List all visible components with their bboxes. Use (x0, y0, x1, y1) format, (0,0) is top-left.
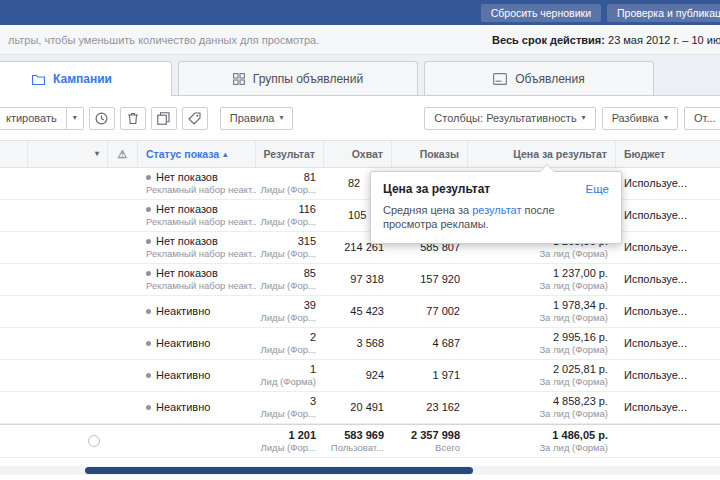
status-header-label: Статус показа (146, 148, 219, 160)
date-range-selector[interactable]: Весь срок действия: 23 мая 2012 г. – 10 … (492, 34, 720, 46)
horizontal-scrollbar-thumb[interactable] (85, 467, 473, 474)
budget-value: Используе... (624, 241, 712, 254)
tab-campaigns[interactable]: Кампании (0, 61, 172, 96)
date-range-value: 23 мая 2012 г. – 10 июля 2... (605, 34, 720, 46)
filter-hint-text: льтры, чтобы уменьшить количество данных… (8, 34, 319, 46)
budget-value: Используе... (624, 305, 712, 318)
cpr-value: 4 858,23 р. (553, 395, 608, 408)
reach-value: 924 (366, 369, 384, 382)
result-subtext: Лиды (Фор... (261, 280, 316, 292)
tab-campaigns-label: Кампании (53, 72, 112, 86)
reach-value: 105 (348, 209, 366, 222)
reach-column-header[interactable]: Охват (324, 141, 392, 167)
tooltip-more-link[interactable]: Еще (586, 183, 609, 195)
result-subtext: Лиды (Фор... (261, 312, 316, 324)
table-row[interactable]: Неактивно 3 Лиды (Фор... 20 491 23 162 4… (0, 392, 720, 424)
sort-ascending-icon: ▴ (223, 150, 227, 159)
horizontal-scrollbar[interactable] (0, 466, 720, 475)
table-row[interactable]: Неактивно 2 Лиды (Фор... 3 568 4 687 2 9… (0, 328, 720, 360)
status-text: Неактивно (156, 305, 210, 318)
status-subtext: Рекламный набор неакт... (146, 248, 248, 260)
reach-value: 97 318 (350, 273, 384, 286)
tab-ads[interactable]: Объявления (424, 61, 654, 95)
result-value: 116 (298, 203, 316, 216)
cpr-subtext: За лид (Форма) (539, 312, 608, 324)
trash-icon (127, 112, 139, 125)
status-text: Нет показов (156, 171, 218, 184)
reach-value: 82 (348, 177, 360, 190)
impressions-value: 77 002 (426, 305, 460, 318)
status-dot-icon (146, 309, 151, 314)
budget-value: Используе... (624, 209, 712, 222)
review-publish-button[interactable]: Проверка и публикац... (607, 4, 720, 22)
result-subtext: Лиды (Фор... (261, 184, 316, 196)
table-row[interactable]: Неактивно 1 Лид (Форма) 924 1 971 2 025,… (0, 360, 720, 392)
status-subtext: Рекламный набор неакт... (146, 216, 248, 228)
table-row[interactable]: Нет показов Рекламный набор неакт... 85 … (0, 264, 720, 296)
status-text: Нет показов (156, 203, 218, 216)
ads-card-icon (493, 73, 507, 85)
edit-dropdown-button[interactable]: ▾ (67, 107, 84, 130)
tab-bar: Кампании Группы объявлений Объявления (0, 55, 720, 96)
tab-adsets[interactable]: Группы объявлений (178, 61, 418, 95)
columns-button[interactable]: Столбцы: Результативность▾ (424, 107, 595, 130)
tooltip-text: Средняя цена за (383, 204, 472, 216)
name-column-header[interactable]: ▾ (28, 141, 108, 167)
cpr-subtext: За лид (Форма) (539, 248, 608, 260)
export-button[interactable]: От... (684, 107, 720, 130)
adsets-grid-icon (233, 73, 245, 85)
result-value: 85 (304, 267, 316, 280)
delete-button[interactable] (120, 107, 146, 130)
alerts-column-header[interactable]: ⚠ (108, 141, 138, 167)
budget-column-header[interactable]: Бюджет (616, 141, 720, 167)
summary-result-value: 1 201 (288, 429, 316, 442)
tooltip-body: Средняя цена за результат после просмотр… (383, 203, 609, 231)
status-column-header[interactable]: Статус показа▴ (138, 141, 256, 167)
status-subtext: Рекламный набор неакт... (146, 280, 248, 292)
tag-button[interactable] (182, 107, 208, 130)
duplicate-button[interactable] (151, 107, 177, 130)
summary-impressions-value: 2 357 998 (411, 429, 460, 442)
clock-icon (95, 112, 108, 125)
result-value: 81 (304, 171, 316, 184)
summary-cpr-subtext: За лид (Форма) (539, 442, 608, 454)
status-text: Неактивно (156, 337, 210, 350)
edit-button[interactable]: ктировать (0, 107, 67, 130)
impressions-column-header[interactable]: Показы (392, 141, 468, 167)
reach-value: 45 423 (350, 305, 384, 318)
rules-button[interactable]: Правила▾ (220, 107, 294, 130)
summary-impressions-subtext: Всего (435, 442, 460, 454)
budget-value: Используе... (624, 337, 712, 350)
cpr-value: 2 025,81 р. (553, 363, 608, 376)
cpr-subtext: За лид (Форма) (539, 280, 608, 292)
status-dot-icon (146, 207, 151, 212)
campaigns-folder-icon (32, 74, 45, 85)
result-subtext: Лиды (Фор... (261, 248, 316, 260)
result-value: 3 (310, 395, 316, 408)
status-text: Неактивно (156, 401, 210, 414)
table-row[interactable]: Неактивно 39 Лиды (Фор... 45 423 77 002 … (0, 296, 720, 328)
status-dot-icon (146, 405, 151, 410)
edit-split-button: ктировать ▾ (0, 107, 84, 130)
history-button[interactable] (89, 107, 115, 130)
result-value: 39 (304, 299, 316, 312)
reset-drafts-button[interactable]: Сбросить черновики (481, 4, 601, 22)
table-header: ▾ ⚠ Статус показа▴ Результат Охват Показ… (0, 140, 720, 168)
result-subtext: Лиды (Фор... (261, 344, 316, 356)
tooltip-result-link[interactable]: результат (472, 204, 521, 216)
chevron-down-icon: ▾ (73, 114, 77, 122)
columns-label: Столбцы: Результативность (434, 112, 576, 124)
tab-ads-label: Объявления (515, 72, 584, 86)
toolbar-right-group: Столбцы: Результативность▾ Разбивка▾ От.… (418, 107, 712, 130)
budget-value: Используе... (624, 273, 712, 286)
ads-manager-screen: Сбросить черновики Проверка и публикац..… (0, 0, 720, 480)
summary-result-subtext: Лиды (Фор... (261, 442, 316, 454)
cpr-value: 1 237,00 р. (553, 267, 608, 280)
impressions-value: 157 920 (420, 273, 460, 286)
select-all-column-header[interactable] (0, 141, 28, 167)
impressions-value: 4 687 (432, 337, 460, 350)
copy-icon (157, 112, 170, 125)
cpr-subtext: За лид (Форма) (539, 376, 608, 388)
result-column-header[interactable]: Результат (256, 141, 324, 167)
breakdown-button[interactable]: Разбивка▾ (602, 107, 678, 130)
